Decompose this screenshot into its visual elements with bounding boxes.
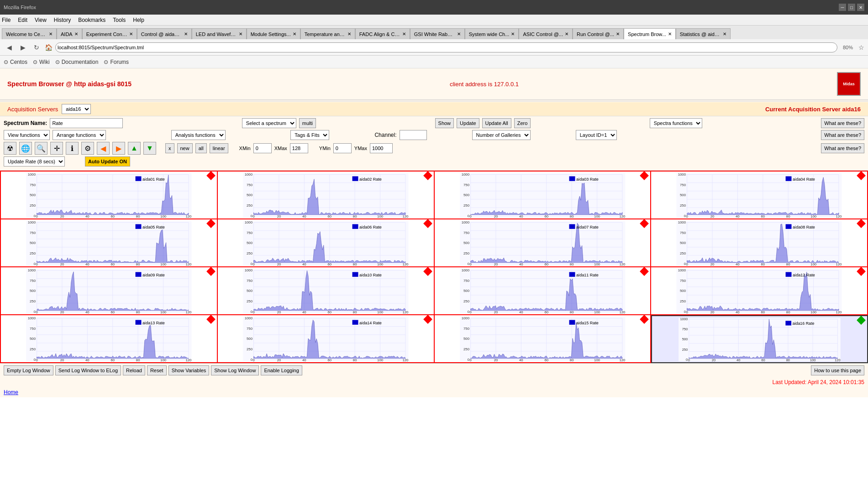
- menu-help[interactable]: Help: [133, 17, 144, 23]
- channel-input[interactable]: [400, 130, 427, 140]
- radiation-icon-btn[interactable]: ☢: [4, 142, 16, 155]
- maximize-btn[interactable]: □: [848, 4, 855, 11]
- globe-icon-btn[interactable]: 🌐: [19, 142, 32, 155]
- bottom-btn-0[interactable]: Empty Log Window: [4, 365, 53, 375]
- browser-tab-13[interactable]: Statistics @ aida...✕: [676, 28, 731, 39]
- spectrum-cell-aida09[interactable]: 10007505002500020406080100120aida09 Rate: [1, 267, 218, 315]
- bottom-btn-5[interactable]: Show Log Window: [211, 365, 259, 375]
- browser-tab-7[interactable]: FADC Align & Co...✕: [355, 28, 410, 39]
- bottom-btn-6[interactable]: Enable Logging: [261, 365, 302, 375]
- browser-tab-10[interactable]: ASIC Control @...✕: [519, 28, 573, 39]
- forward-button[interactable]: ▶: [17, 42, 28, 53]
- spectrum-cell-aida13[interactable]: 10007505002500020406080100120aida13 Rate: [1, 315, 218, 363]
- bottom-btn-4[interactable]: Show Variables: [168, 365, 210, 375]
- browser-tab-9[interactable]: System wide Ch...✕: [465, 28, 519, 39]
- browser-tab-0[interactable]: Welcome to Cen...✕: [2, 28, 57, 39]
- how-to-use-button[interactable]: How to use this page: [811, 365, 864, 375]
- all-button[interactable]: all: [195, 143, 207, 153]
- url-bar[interactable]: [55, 42, 837, 52]
- select-spectrum-dropdown[interactable]: Select a spectrum: [242, 118, 296, 128]
- spectrum-cell-aida01[interactable]: 10007505002500020406080100120aida01 Rate: [1, 172, 218, 219]
- menu-file[interactable]: File: [2, 17, 11, 23]
- bottom-btn-3[interactable]: Reset: [147, 365, 167, 375]
- update-all-button[interactable]: Update All: [482, 118, 511, 128]
- acq-server-select[interactable]: aida16: [62, 104, 91, 114]
- spectrum-cell-aida08[interactable]: 10007505002500020406080100120aida08 Rate: [651, 219, 868, 267]
- browser-tab-11[interactable]: Run Control @...✕: [573, 28, 624, 39]
- browser-tab-2[interactable]: Experiment Cont...✕: [82, 28, 137, 39]
- browser-tab-12[interactable]: Spectrum Brow...✕: [624, 28, 676, 39]
- spectra-functions-select[interactable]: Spectra functions: [650, 118, 702, 128]
- svg-text:40: 40: [519, 310, 523, 313]
- settings-icon-btn[interactable]: ⚙: [81, 142, 94, 155]
- close-btn[interactable]: ✕: [857, 4, 864, 11]
- arrange-functions-select[interactable]: Arrange functions: [53, 130, 106, 140]
- update-button[interactable]: Update: [457, 118, 479, 128]
- browser-tab-8[interactable]: GSI White Rabbi...✕: [410, 28, 465, 39]
- back-button[interactable]: ◀: [4, 42, 15, 53]
- spectrum-cell-aida07[interactable]: 10007505002500020406080100120aida07 Rate: [435, 219, 652, 267]
- spectrum-name-input[interactable]: [50, 118, 123, 128]
- linear-button[interactable]: linear: [210, 143, 228, 153]
- svg-text:1000: 1000: [245, 317, 253, 320]
- auto-update-button[interactable]: Auto Update ON: [85, 156, 130, 166]
- xmin-input[interactable]: [253, 143, 272, 153]
- ymin-input[interactable]: [333, 143, 352, 153]
- spectrum-cell-aida15[interactable]: 10007505002500020406080100120aida15 Rate: [435, 315, 652, 363]
- layout-id-select[interactable]: Layout ID=1: [576, 130, 617, 140]
- spectrum-cell-aida12[interactable]: 10007505002500020406080100120aida12 Rate: [651, 267, 868, 315]
- xmax-input[interactable]: [290, 143, 308, 153]
- x-button[interactable]: x: [165, 143, 174, 153]
- multi-button[interactable]: multi: [299, 118, 316, 128]
- spectrum-cell-aida14[interactable]: 10007505002500020406080100120aida14 Rate: [218, 315, 435, 363]
- menu-bookmarks[interactable]: Bookmarks: [78, 17, 105, 23]
- search-icon-btn[interactable]: 🔍: [35, 142, 47, 155]
- show-button[interactable]: Show: [435, 118, 454, 128]
- spectrum-cell-aida04[interactable]: 10007505002500020406080100120aida04 Rate: [651, 172, 868, 219]
- browser-tab-4[interactable]: LED and Wavefo...✕: [192, 28, 247, 39]
- minimize-btn[interactable]: ─: [839, 4, 846, 11]
- bookmark-documentation[interactable]: ⊙ Documentation: [55, 59, 99, 65]
- bottom-btn-1[interactable]: Send Log Window to ELog: [55, 365, 121, 375]
- browser-tab-6[interactable]: Temperature and...✕: [300, 28, 355, 39]
- browser-tab-3[interactable]: Control @ aidas-...✕: [137, 28, 192, 39]
- analysis-functions-select[interactable]: Analysis functions: [171, 130, 226, 140]
- menu-tools[interactable]: Tools: [113, 17, 126, 23]
- bookmark-centos[interactable]: ⊙ Centos: [4, 59, 27, 65]
- crosshair-icon-btn[interactable]: ✛: [50, 142, 63, 155]
- spectrum-cell-aida05[interactable]: 10007505002500020406080100120aida05 Rate: [1, 219, 218, 267]
- arrow-right-btn[interactable]: ▶: [112, 142, 125, 155]
- svg-text:750: 750: [247, 231, 253, 235]
- arrow-left-btn[interactable]: ◀: [97, 142, 110, 155]
- what-are-these-3[interactable]: What are these?: [821, 143, 864, 153]
- spectrum-cell-aida11[interactable]: 10007505002500020406080100120aida11 Rate: [435, 267, 652, 315]
- info-icon-btn[interactable]: ℹ: [66, 142, 79, 155]
- bottom-btn-2[interactable]: Reload: [123, 365, 145, 375]
- number-of-galleries-select[interactable]: Number of Galleries: [472, 130, 531, 140]
- zero-button[interactable]: Zero: [514, 118, 531, 128]
- arrow-up-btn[interactable]: ▲: [128, 142, 141, 155]
- spectrum-cell-aida02[interactable]: 10007505002500020406080100120aida02 Rate: [218, 172, 435, 219]
- menu-edit[interactable]: Edit: [18, 17, 27, 23]
- reload-button[interactable]: ↻: [31, 42, 42, 53]
- ymax-input[interactable]: [370, 143, 393, 153]
- spectrum-cell-aida06[interactable]: 10007505002500020406080100120aida06 Rate: [218, 219, 435, 267]
- spectrum-cell-aida16[interactable]: 10007505002500020406080100120aida16 Rate: [651, 315, 868, 363]
- home-link[interactable]: Home: [4, 389, 18, 395]
- browser-tab-5[interactable]: Module Settings...✕: [247, 28, 300, 39]
- what-are-these-2[interactable]: What are these?: [821, 130, 864, 140]
- update-rate-select[interactable]: Update Rate (8 secs): [4, 156, 65, 166]
- view-functions-select[interactable]: View functions: [4, 130, 50, 140]
- svg-text:0: 0: [686, 358, 688, 361]
- tags-fits-select[interactable]: Tags & Fits: [290, 130, 329, 140]
- arrow-down-btn[interactable]: ▼: [143, 142, 156, 155]
- menu-view[interactable]: View: [35, 17, 47, 23]
- spectrum-cell-aida10[interactable]: 10007505002500020406080100120aida10 Rate: [218, 267, 435, 315]
- menu-history[interactable]: History: [54, 17, 71, 23]
- bookmark-forums[interactable]: ⊙ Forums: [104, 59, 129, 65]
- what-are-these-1[interactable]: What are these?: [821, 118, 864, 128]
- browser-tab-1[interactable]: AIDA✕: [57, 28, 82, 39]
- bookmark-wiki[interactable]: ⊙ Wiki: [33, 59, 50, 65]
- spectrum-cell-aida03[interactable]: 10007505002500020406080100120aida03 Rate: [435, 172, 652, 219]
- new-button[interactable]: new: [177, 143, 193, 153]
